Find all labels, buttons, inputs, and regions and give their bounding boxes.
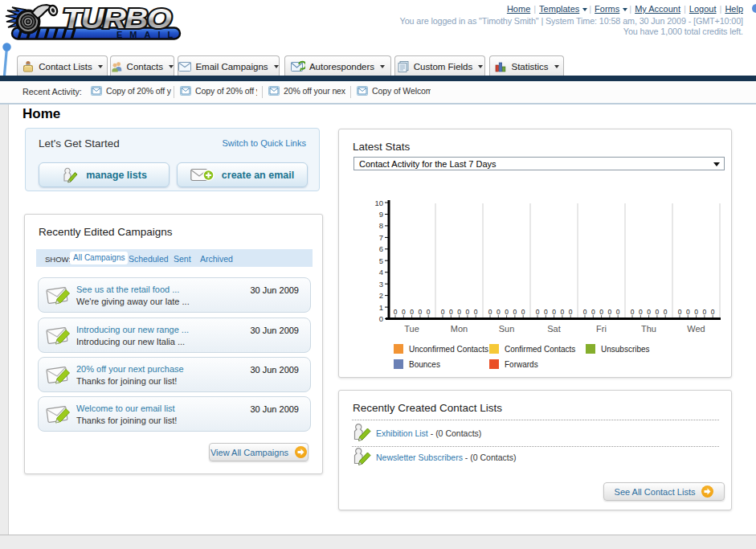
- svg-text:4: 4: [379, 268, 383, 277]
- svg-text:0: 0: [694, 308, 698, 316]
- svg-text:0: 0: [513, 308, 517, 316]
- svg-text:3: 3: [379, 280, 383, 289]
- svg-text:0: 0: [583, 308, 587, 316]
- svg-text:EMAIL: EMAIL: [116, 30, 180, 39]
- svg-text:5: 5: [379, 256, 383, 265]
- svg-text:0: 0: [521, 308, 525, 316]
- svg-text:0: 0: [402, 308, 406, 316]
- svg-text:0: 0: [505, 308, 509, 316]
- svg-text:0: 0: [379, 314, 383, 323]
- svg-text:0: 0: [678, 308, 682, 316]
- svg-text:2: 2: [379, 291, 383, 300]
- svg-text:0: 0: [536, 308, 540, 316]
- svg-text:0: 0: [608, 308, 612, 316]
- svg-text:0: 0: [466, 308, 470, 316]
- svg-text:Tue: Tue: [404, 324, 419, 334]
- svg-text:0: 0: [419, 308, 423, 316]
- svg-text:0: 0: [457, 308, 461, 316]
- svg-text:0: 0: [711, 308, 715, 316]
- svg-text:0: 0: [656, 308, 660, 316]
- svg-text:0: 0: [474, 308, 478, 316]
- svg-text:1: 1: [379, 303, 383, 312]
- svg-text:0: 0: [497, 308, 501, 316]
- svg-text:Mon: Mon: [451, 324, 468, 334]
- svg-text:Sat: Sat: [547, 324, 561, 334]
- svg-text:0: 0: [410, 308, 414, 316]
- svg-text:0: 0: [569, 308, 573, 316]
- svg-text:0: 0: [449, 308, 453, 316]
- svg-text:0: 0: [639, 308, 643, 316]
- svg-text:8: 8: [379, 221, 383, 230]
- svg-text:7: 7: [379, 233, 383, 242]
- svg-text:0: 0: [616, 308, 620, 316]
- svg-text:0: 0: [599, 308, 603, 316]
- svg-text:0: 0: [427, 308, 431, 316]
- svg-text:0: 0: [591, 308, 595, 316]
- svg-text:0: 0: [703, 308, 707, 316]
- svg-text:0: 0: [552, 308, 556, 316]
- svg-text:Wed: Wed: [687, 324, 705, 334]
- svg-text:9: 9: [379, 210, 383, 219]
- svg-text:0: 0: [664, 308, 668, 316]
- svg-text:Thu: Thu: [641, 324, 656, 334]
- svg-text:Fri: Fri: [596, 324, 607, 334]
- svg-text:0: 0: [631, 308, 635, 316]
- svg-text:0: 0: [441, 308, 445, 316]
- svg-text:6: 6: [379, 244, 383, 253]
- svg-text:0: 0: [561, 308, 565, 316]
- svg-text:0: 0: [647, 308, 651, 316]
- svg-text:0: 0: [686, 308, 690, 316]
- svg-text:0: 0: [394, 308, 398, 316]
- svg-text:Sun: Sun: [499, 324, 515, 334]
- svg-text:0: 0: [544, 308, 548, 316]
- svg-text:0: 0: [488, 308, 492, 316]
- svg-text:10: 10: [374, 199, 383, 207]
